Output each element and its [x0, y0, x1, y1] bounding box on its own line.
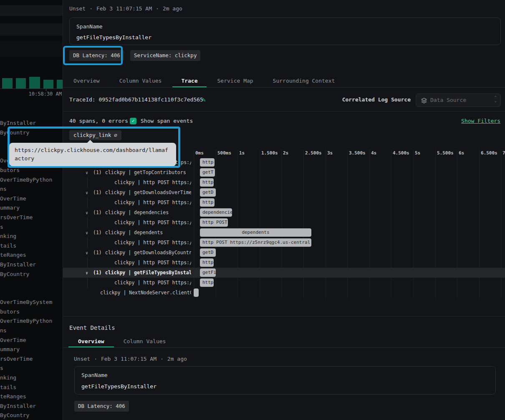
list-item[interactable]: s — [0, 223, 63, 232]
span-bar[interactable]: getFi — [200, 268, 216, 277]
list-item[interactable]: teRanges — [0, 392, 63, 402]
axis-tick-label: 2.500s — [305, 150, 322, 156]
span-row[interactable]: clickpy | http POST https://z5nrz9qgc4.u… — [63, 197, 505, 207]
list-item[interactable]: OverTime — [0, 194, 63, 204]
span-timeline: dependencies — [194, 208, 505, 217]
span-row[interactable]: ∨(1)clickpy | getTopContributors getT — [63, 167, 505, 177]
list-item[interactable]: OverTime — [0, 336, 63, 345]
chevron-down-icon[interactable]: ∨ — [86, 208, 91, 218]
trace-id-label: TraceId: — [69, 96, 96, 103]
span-bar[interactable]: http — [200, 278, 214, 287]
span-row[interactable]: clickpy | http POST https://z5nrz9qgc4.u… — [63, 238, 505, 248]
span-bar[interactable]: getD — [200, 248, 216, 257]
list-item[interactable]: nking — [0, 232, 63, 241]
list-item[interactable]: teRanges — [0, 250, 63, 260]
span-timeline: http — [194, 178, 505, 187]
span-bar[interactable]: http POST https://z5nrz9qgc4.us-central — [200, 238, 311, 247]
edit-pencil-icon[interactable]: ✎ — [202, 96, 206, 104]
span-label: ∨(1)clickpy | getDownloadsOverTimeBySyst… — [63, 187, 191, 197]
span-timeline: http — [194, 278, 505, 287]
span-bar[interactable]: dependents — [200, 228, 311, 237]
span-row[interactable]: clickpy | http POST https://z5nrz9qgc4.u… — [63, 278, 505, 288]
span-row[interactable]: ∨(1)clickpy | getDownloadsByCountry getD — [63, 248, 505, 258]
spans-summary: 40 spans, 0 errors — [69, 117, 128, 125]
span-label: ∨(1)clickpy | dependencies — [63, 207, 191, 218]
span-label: clickpy | http POST https://z5nrz9qgc4.u… — [63, 177, 191, 187]
span-count: (1) — [93, 170, 102, 175]
span-bar[interactable]: http POST — [200, 218, 228, 227]
chevron-down-icon[interactable]: ∨ — [86, 168, 91, 177]
drawer-tab[interactable]: Overview — [73, 74, 100, 87]
drawer-tab[interactable]: Service Map — [217, 74, 253, 87]
list-item[interactable]: tails — [0, 383, 63, 392]
span-row[interactable]: clickpy | NextNodeServer.clientCompone — [63, 288, 505, 298]
span-bar[interactable]: getT — [200, 168, 215, 177]
span-row[interactable]: ∨(1)clickpy | getDownloadsOverTimeBySyst… — [63, 187, 505, 197]
list-item[interactable]: OverTimeBySystem — [0, 298, 63, 307]
axis-tick-label: 6.500s — [481, 150, 497, 156]
layers-icon — [421, 98, 427, 104]
events-histogram — [0, 0, 63, 89]
span-row[interactable]: ∨(1)clickpy | dependents dependents — [63, 228, 505, 238]
list-item[interactable]: rsOverTime — [0, 213, 63, 223]
show-filters-link[interactable]: Show Filters — [461, 117, 500, 125]
span-bar[interactable]: dependencies — [200, 208, 232, 217]
event-details-tab[interactable]: Overview — [68, 335, 114, 347]
span-row[interactable]: ∨(1)clickpy | dependencies dependencies — [63, 207, 505, 218]
drawer-tab[interactable]: Trace — [172, 74, 206, 87]
span-timeline: getT — [194, 168, 505, 177]
span-rows: clickpy | http POST https://z5nrz9qgc4.u… — [63, 157, 505, 298]
list-item[interactable]: s — [0, 364, 63, 373]
span-timeline: http POST https://z5nrz9qgc4.us-central — [194, 238, 505, 247]
list-item[interactable]: tails — [0, 241, 63, 251]
drawer-tab[interactable]: Column Values — [119, 74, 162, 87]
span-row[interactable]: clickpy | http POST https://z5nrz9qgc4.u… — [63, 177, 505, 187]
list-item[interactable]: ummary — [0, 203, 63, 213]
span-timeline: getD — [194, 188, 505, 197]
span-row[interactable]: clickpy | http POST https://z5nrz9qgc4.u… — [63, 258, 505, 268]
list-item[interactable]: ns — [0, 185, 63, 194]
drawer-tabs: OverviewColumn ValuesTraceService MapSur… — [63, 74, 505, 88]
db-latency-badge[interactable]: DB Latency: 406 — [74, 401, 129, 412]
data-source-select[interactable]: Data Source ⌃⌄ — [416, 94, 501, 107]
service-name-badge[interactable]: ServiceName: clickpy — [130, 50, 201, 61]
list-item[interactable] — [0, 279, 63, 288]
span-bar[interactable]: http — [200, 158, 215, 167]
chevron-down-icon[interactable]: ∨ — [86, 248, 91, 258]
span-name-text: clickpy | http POST https://z5nrz9qgc4.u… — [114, 220, 191, 225]
list-item[interactable]: ByInstaller — [0, 260, 63, 270]
histogram-bar — [2, 78, 13, 89]
axis-tick-label: 3.500s — [349, 150, 366, 156]
span-row[interactable]: clickpy | http POST https://z5nrz9qgc4.u… — [63, 218, 505, 228]
show-span-events-checkbox[interactable]: ✓ — [130, 118, 136, 124]
span-bar[interactable] — [194, 288, 199, 297]
list-item[interactable]: ByCountry — [0, 411, 63, 420]
span-bar[interactable]: http — [200, 258, 214, 267]
highlight-box-db-latency — [63, 46, 123, 65]
histogram-bars — [2, 77, 66, 89]
chevron-down-icon[interactable]: ∨ — [86, 268, 91, 278]
event-details-tab[interactable]: Column Values — [114, 335, 176, 347]
axis-tick-label: 2s — [283, 150, 288, 156]
list-item[interactable]: butors — [0, 307, 63, 317]
span-bar[interactable]: getD — [200, 188, 216, 197]
chevron-down-icon[interactable]: ∨ — [86, 228, 91, 238]
list-item[interactable]: OverTimeByPython — [0, 316, 63, 326]
event-timestamp: Feb 3 11:07:15 AM — [101, 355, 157, 363]
span-label: ∨(1)clickpy | getDownloadsByCountry — [63, 248, 191, 258]
span-name-text: clickpy | dependencies — [105, 210, 169, 215]
list-item[interactable]: OverTimeByPython — [0, 175, 63, 185]
span-bar[interactable]: http — [200, 178, 214, 187]
list-item[interactable]: ummary — [0, 345, 63, 354]
list-item[interactable]: rsOverTime — [0, 354, 63, 364]
list-item[interactable] — [0, 288, 63, 298]
span-row[interactable]: ∨(1)clickpy | getFileTypesByInstaller ge… — [63, 268, 505, 278]
drawer-tab[interactable]: Surrounding Context — [273, 74, 335, 87]
chevron-down-icon[interactable]: ∨ — [86, 188, 91, 197]
list-item[interactable]: nking — [0, 373, 63, 383]
list-item[interactable]: ns — [0, 326, 63, 336]
list-item[interactable]: ByCountry — [0, 270, 63, 279]
span-timeline: http — [194, 158, 505, 167]
list-item[interactable]: ByInstaller — [0, 402, 63, 411]
span-bar[interactable]: http — [200, 198, 215, 207]
